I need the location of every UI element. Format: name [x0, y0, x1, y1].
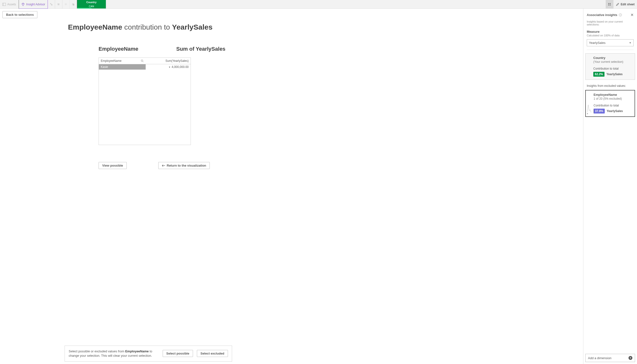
add-dimension-button[interactable]: Add a dimension +: [585, 354, 635, 362]
content: EmployeeName contribution to YearlySales…: [0, 20, 583, 364]
card1-title: Country: [593, 56, 632, 60]
svg-rect-14: [608, 4, 609, 5]
associative-insights-panel: Associative insights ? ✕ Insights based …: [583, 9, 637, 364]
table-empty-space: [99, 70, 191, 145]
card2-sub: 1 of 20 (5% excluded): [593, 97, 632, 100]
svg-rect-6: [58, 4, 59, 5]
close-icon[interactable]: ✕: [629, 12, 634, 18]
select-excluded-label: Select excluded: [200, 352, 224, 355]
col-head-left: EmployeeName: [99, 46, 167, 52]
svg-rect-15: [609, 4, 610, 5]
data-table: EmployeeName Sum(YearlySales): [99, 58, 191, 145]
view-possible-button[interactable]: View possible: [99, 162, 127, 169]
card1-contrib-label: Contribution to total: [593, 67, 632, 70]
cell-value-text: 4,000,000.00: [172, 65, 189, 69]
panel-title: Associative insights: [587, 13, 617, 17]
select-possible-button[interactable]: Select possible: [163, 350, 193, 357]
edit-sheet-button[interactable]: Edit sheet: [613, 0, 637, 8]
insight-advisor-button[interactable]: Insight Advisor: [19, 0, 48, 9]
diamond-icon: [21, 3, 25, 6]
step-back-button[interactable]: [55, 0, 62, 8]
selection-tag-country[interactable]: Country CAN: [77, 0, 106, 8]
insight-advisor-label: Insight Advisor: [26, 3, 45, 6]
card2-measure: YearlySales: [607, 109, 623, 113]
card2-contrib-label: Contribution to total: [593, 104, 632, 107]
cell-value: ▼4,000,000.00: [146, 64, 191, 70]
insight-card-country[interactable]: Country (Your current selection) Contrib…: [585, 53, 635, 80]
col-head-right: Sum of YearlySales: [176, 46, 244, 52]
card1-badge: 62.2%: [593, 72, 604, 77]
edit-sheet-label: Edit sheet: [621, 3, 634, 6]
panel-header: Associative insights ? ✕: [583, 9, 637, 20]
panel-icon: [3, 3, 6, 6]
toolbar-spacer: [106, 0, 606, 8]
card1-measure: YearlySales: [606, 72, 623, 76]
title-dim: EmployeeName: [68, 23, 122, 31]
return-visualization-button[interactable]: Return to the visualization: [158, 162, 210, 169]
smart-search-button[interactable]: [48, 0, 55, 8]
selection-clear-icon: [72, 2, 74, 6]
associative-insights-toggle[interactable]: [606, 0, 613, 8]
search-icon[interactable]: [141, 60, 144, 62]
page-title: EmployeeName contribution to YearlySales: [68, 23, 583, 31]
svg-rect-0: [3, 3, 6, 6]
back-to-selections-button[interactable]: Back to selections: [3, 11, 37, 18]
selection-field-label: Country: [86, 1, 96, 4]
divider: [587, 50, 633, 50]
selection-bar: [77, 8, 92, 8]
chevron-down-icon: ▼: [629, 42, 631, 44]
step-forward-button[interactable]: [62, 0, 70, 8]
cell-name: Kasie: [99, 64, 146, 70]
svg-rect-12: [608, 3, 609, 4]
sheet: Back to selections EmployeeName contribu…: [0, 9, 583, 364]
svg-rect-13: [609, 3, 610, 4]
card2-title: EmployeeName: [593, 93, 632, 96]
return-visualization-label: Return to the visualization: [167, 164, 206, 167]
measure-value: YearlySales: [589, 41, 605, 44]
clear-selections-button[interactable]: [70, 0, 77, 8]
hint-text: Select possible or excluded values from …: [69, 349, 159, 358]
select-possible-label: Select possible: [166, 352, 189, 355]
svg-rect-3: [51, 4, 51, 4]
plus-icon: +: [628, 356, 632, 360]
svg-line-5: [52, 5, 52, 5]
selection-search-icon: [50, 2, 53, 6]
pencil-icon: [616, 3, 619, 6]
insight-card-employeename[interactable]: EmployeeName 1 of 20 (5% excluded) Contr…: [585, 90, 635, 117]
select-excluded-button[interactable]: Select excluded: [197, 350, 228, 357]
th-value-label: Sum(YearlySales): [165, 59, 189, 62]
panel-subtitle: Insights based on your current selection…: [583, 20, 637, 28]
title-measure: YearlySales: [172, 23, 213, 31]
selection-forward-icon: [65, 2, 67, 6]
hint-field: EmployeeName: [125, 350, 149, 353]
action-row: View possible Return to the visualizatio…: [99, 162, 583, 169]
assets-label: Assets: [7, 3, 16, 6]
sort-desc-icon: ▼: [168, 66, 171, 68]
top-toolbar: Assets Insight Advisor Country CAN Edit …: [0, 0, 637, 9]
hint-prefix: Select possible or excluded values from: [69, 350, 125, 353]
grid-icon: [608, 3, 611, 6]
assets-toggle[interactable]: Assets: [0, 0, 19, 8]
svg-rect-20: [587, 113, 588, 114]
mini-sparkline-icon: [587, 102, 592, 114]
svg-line-17: [143, 61, 143, 62]
measure-select[interactable]: YearlySales ▼: [587, 39, 633, 46]
measure-label: Measure: [583, 28, 637, 34]
help-icon[interactable]: ?: [619, 13, 622, 16]
view-possible-label: View possible: [102, 164, 123, 167]
excluded-header: Insights from excluded values:: [583, 82, 637, 89]
card1-sub: (Your current selection): [593, 60, 632, 64]
hint-bar: Select possible or excluded values from …: [65, 346, 232, 362]
main-area: Back to selections EmployeeName contribu…: [0, 9, 637, 364]
selection-value-label: CAN: [89, 5, 94, 8]
card2-badge: 37.8%: [593, 109, 605, 114]
add-dimension-label: Add a dimension: [588, 356, 611, 360]
selection-back-icon: [58, 2, 60, 6]
th-name-label: EmployeeName: [101, 59, 121, 62]
measure-hint: Calculated on 100% of data: [583, 34, 637, 38]
svg-point-16: [141, 60, 143, 62]
return-arrow-icon: [162, 164, 165, 167]
title-mid: contribution to: [122, 23, 172, 31]
table-row[interactable]: Kasie ▼4,000,000.00: [99, 64, 191, 70]
back-to-selections-label: Back to selections: [6, 13, 34, 16]
